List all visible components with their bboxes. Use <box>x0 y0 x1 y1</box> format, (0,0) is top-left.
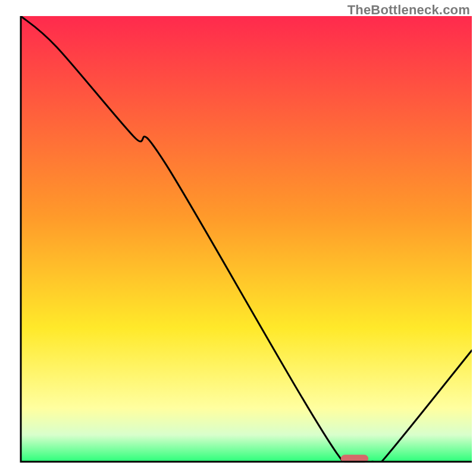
plot-svg <box>0 0 476 476</box>
watermark-text: TheBottleneck.com <box>347 2 470 18</box>
chart-canvas: { "watermark": "TheBottleneck.com", "cha… <box>0 0 476 476</box>
